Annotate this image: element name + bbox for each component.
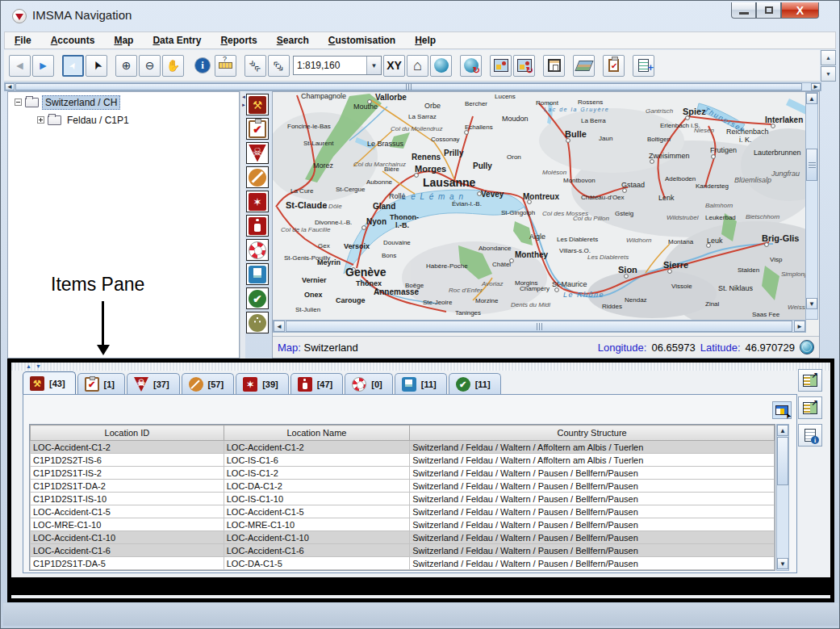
column-header-country-structure[interactable]: Country Structure <box>410 426 775 441</box>
select-cursor-button[interactable]: ➤ <box>86 55 107 77</box>
menu-search[interactable]: Search <box>277 35 309 46</box>
zoom-extent-button[interactable]: «» <box>268 55 290 77</box>
zoom-in-fixed-button[interactable]: »« <box>244 55 266 77</box>
menu-file[interactable]: File <box>15 35 31 46</box>
tab-qc[interactable]: [11] <box>449 373 501 395</box>
map-scale-dropdown-icon[interactable]: ▼ <box>366 57 381 74</box>
column-header-location-id[interactable]: Location ID <box>31 426 224 441</box>
table-row[interactable]: LOC-Accident-C1-6LOC-Accident-C1-6Switze… <box>31 544 775 557</box>
table-row[interactable]: LOC-Accident-C1-5LOC-Accident-C1-5Switze… <box>31 505 775 518</box>
tree-item-switzerland[interactable]: Switzerland / CH <box>8 94 239 110</box>
checklist-button[interactable] <box>603 55 625 77</box>
tab-mre[interactable]: [11] <box>395 373 447 395</box>
table-row[interactable]: LOC-Accident-C1-2LOC-Accident-C1-2Switze… <box>31 441 775 454</box>
menu-data-entry[interactable]: Data Entry <box>153 35 201 46</box>
close-button[interactable]: X <box>781 2 819 19</box>
expand-icon[interactable] <box>37 116 44 124</box>
tab-task[interactable]: [1] <box>77 373 125 395</box>
map-refresh-button[interactable]: ↻ <box>513 55 535 77</box>
hazred-strip-button[interactable] <box>246 166 269 188</box>
table-row[interactable]: LOC-Accident-C1-10LOC-Accident-C1-10Swit… <box>31 531 775 544</box>
toolbar-hscrollbar[interactable]: ◄ ► <box>4 82 821 91</box>
menu-customisation[interactable]: Customisation <box>328 35 395 46</box>
table-row[interactable]: LOC-MRE-C1-10LOC-MRE-C1-10Switzerland / … <box>31 518 775 531</box>
item-info-report-button[interactable] <box>798 424 822 447</box>
tab-assist[interactable]: [0] <box>345 373 392 395</box>
menu-reports[interactable]: Reports <box>220 35 257 46</box>
table-row[interactable]: C1P1D2S1T-DA-5LOC-DA-C1-5Switzerland / F… <box>31 557 775 570</box>
menu-help[interactable]: Help <box>415 35 436 46</box>
mre-strip-button[interactable] <box>246 263 269 285</box>
tab-deminer[interactable]: [43] <box>23 371 76 395</box>
table-row[interactable]: C1P1D2S1T-IS-2LOC-IS-C1-2Switzerland / F… <box>31 467 775 480</box>
table-row[interactable]: C1P1D2S1T-DA-10LOC-DA-C1-10Switzerland /… <box>31 570 775 572</box>
xy-coordinates-button[interactable]: XY <box>383 55 405 77</box>
tree-item-feldau[interactable]: Feldau / C1P1 <box>8 112 239 128</box>
hscroll-right-button[interactable]: ► <box>811 83 821 90</box>
zoom-out-button[interactable]: ⊖ <box>139 55 161 77</box>
table-scroll-down-button[interactable]: ▼ <box>777 558 788 569</box>
toolbar-scroll-up-button[interactable]: ▲ <box>821 50 836 65</box>
assist-strip-button[interactable] <box>246 239 269 261</box>
home-extent-button[interactable]: ⌂ <box>407 55 428 77</box>
open-items-in-map-button[interactable] <box>798 369 822 392</box>
collapse-icon[interactable] <box>15 99 22 106</box>
victim-strip-button[interactable] <box>246 215 269 237</box>
show-list-on-map-button[interactable] <box>798 396 822 419</box>
tab-hazred[interactable]: [57] <box>182 373 235 395</box>
map-city-dot <box>415 174 419 178</box>
new-report-icon <box>638 59 649 72</box>
map-vscroll-thumb[interactable] <box>806 149 817 181</box>
column-header-location-name[interactable]: Location Name <box>224 426 410 441</box>
forward-button[interactable]: ► <box>32 55 54 77</box>
layout-window-button[interactable] <box>543 55 565 77</box>
refresh-view-button[interactable]: ↻ <box>460 55 482 77</box>
table-vscroll-thumb[interactable] <box>777 437 788 485</box>
table-row[interactable]: C1P1D2S1T-IS-10LOC-IS-C1-10Switzerland /… <box>31 493 775 505</box>
qc-strip-button[interactable] <box>246 287 269 309</box>
org-strip-button[interactable] <box>246 312 269 333</box>
hscroll-left-button[interactable]: ◄ <box>5 83 15 90</box>
task-strip-button[interactable] <box>246 118 269 140</box>
world-button[interactable] <box>430 55 452 77</box>
tab-victim[interactable]: [47] <box>290 373 344 395</box>
info-button[interactable] <box>194 57 211 73</box>
table-row[interactable]: C1P1D2S1T-DA-2LOC-DA-C1-2Switzerland / F… <box>31 480 775 493</box>
overview-map-button[interactable] <box>490 55 512 77</box>
map-scroll-left-button[interactable]: ◄ <box>274 321 285 332</box>
accident-strip-button[interactable] <box>246 191 269 212</box>
table-scroll-up-button[interactable]: ▲ <box>777 425 788 436</box>
tab-accident[interactable]: [39] <box>236 373 289 395</box>
back-button[interactable]: ◄ <box>9 55 31 77</box>
items-table[interactable]: Location IDLocation NameCountry Structur… <box>29 424 775 571</box>
zoom-in-button[interactable]: ⊕ <box>115 55 137 77</box>
hazard-strip-button[interactable] <box>246 142 269 164</box>
pane-expand-icon[interactable]: ▲ <box>26 363 31 369</box>
tree-map-splitter[interactable]: ◄ ► <box>240 91 245 359</box>
table-row[interactable]: C1P1D2S2T-IS-6LOC-IS-C1-6Switzerland / F… <box>31 454 775 467</box>
toolbar-scroll-down-button[interactable]: ▼ <box>821 66 836 82</box>
layers-button[interactable] <box>573 55 595 77</box>
menu-accounts[interactable]: Accounts <box>51 35 95 46</box>
new-report-button[interactable] <box>633 55 654 77</box>
pan-hand-button[interactable]: ✋ <box>162 55 184 77</box>
map-scroll-down-button[interactable]: ▼ <box>806 298 817 309</box>
deminer-strip-button[interactable] <box>246 94 269 115</box>
map-canvas[interactable]: ChampagnoleMoutheVallorbeOrbeLa SarrazFo… <box>273 92 806 320</box>
map-hscroll-thumb[interactable] <box>286 321 792 332</box>
minimize-button[interactable] <box>731 2 756 19</box>
column-chooser-button[interactable] <box>772 401 792 419</box>
title-bar[interactable]: IMSMA Navigation X <box>3 2 837 30</box>
measure-button[interactable] <box>215 55 236 77</box>
map-scale-combo[interactable]: 1:819,160▼ <box>293 56 382 75</box>
map-scroll-up-button[interactable]: ▲ <box>806 93 817 104</box>
items-pane-splitter[interactable]: ▲ ▼ <box>11 363 830 371</box>
navigation-mode-button[interactable] <box>62 55 84 77</box>
projection-globe-icon[interactable] <box>800 340 814 354</box>
pane-collapse-icon[interactable]: ▼ <box>36 363 41 369</box>
hscroll-thumb[interactable] <box>15 83 802 90</box>
menu-map[interactable]: Map <box>114 35 133 46</box>
maximize-button[interactable] <box>756 2 781 19</box>
tab-hazard[interactable]: [37] <box>127 373 180 395</box>
map-scroll-right-button[interactable]: ► <box>794 321 805 332</box>
